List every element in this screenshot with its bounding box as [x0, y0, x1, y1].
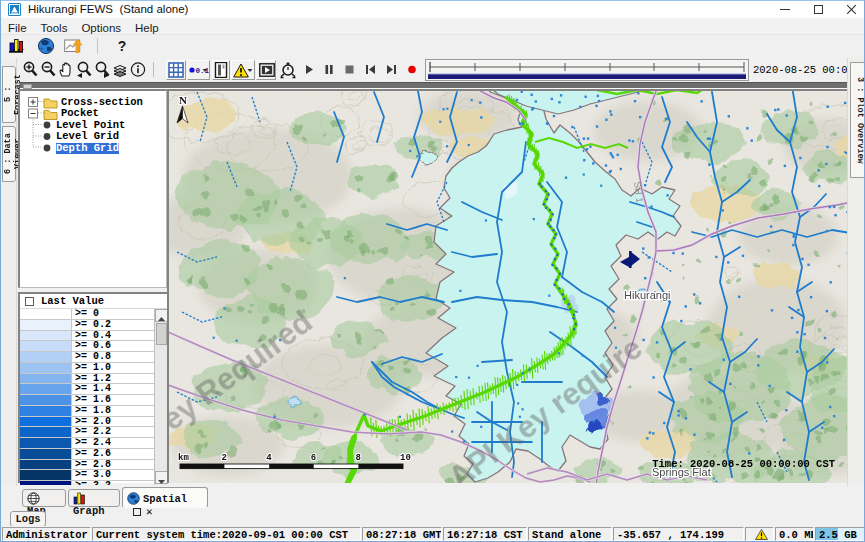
zoom-next-button[interactable] [93, 60, 113, 80]
status-throughput: 0.0 MB/s [775, 527, 814, 541]
import-series-button[interactable] [63, 37, 85, 56]
tree-item-label[interactable]: Level Grid [56, 131, 119, 143]
toolbar-separator [97, 38, 98, 54]
legend-swatch [20, 438, 72, 448]
magnifier-icon [75, 60, 93, 79]
tab-map[interactable]: Map [22, 489, 66, 507]
legend-row: >= 2.6 [20, 449, 154, 460]
tree-item-pocket[interactable]: Pocket [20, 108, 166, 120]
layers-button[interactable] [111, 60, 131, 80]
legend-table: >= 0>= 0.2>= 0.4>= 0.6>= 0.8>= 1.0>= 1.2… [20, 309, 154, 485]
skip-start-icon [362, 60, 378, 79]
legend-swatch [20, 481, 72, 485]
warning-dropdown-button[interactable] [231, 60, 255, 80]
left-panel: Cross-sectionPocketLevel PointLevel Grid… [18, 89, 167, 483]
last-value-checkbox[interactable] [25, 297, 34, 306]
legend-threshold-label: >= 1.6 [72, 395, 154, 405]
scale-tick-label: 2 [222, 453, 227, 463]
tree-item-level-grid[interactable]: Level Grid [20, 131, 166, 143]
title-bar: Hikurangi FEWS (Stand alone) [1, 0, 865, 18]
play-icon [301, 60, 317, 79]
status-user: Administrator [2, 527, 91, 541]
legend-swatch [20, 406, 72, 416]
scroll-thumb[interactable] [156, 323, 167, 345]
legend-row: >= 1.0 [20, 363, 154, 374]
grid-button[interactable] [166, 60, 186, 80]
close-button[interactable] [835, 1, 865, 19]
animate-icon [259, 63, 275, 77]
legend-threshold-label: >= 0.4 [72, 331, 154, 341]
maximize-button[interactable] [802, 1, 834, 19]
tab-close-icon[interactable]: ✕ [146, 505, 153, 518]
legend-scrollbar[interactable] [154, 309, 167, 485]
legend-swatch [20, 331, 72, 341]
legend-threshold-label: >= 2.2 [72, 427, 154, 437]
legend-threshold-label: >= 1.0 [72, 363, 154, 373]
status-text: 2.5 GB [819, 529, 857, 541]
record-button[interactable] [404, 60, 422, 80]
close-icon [847, 5, 856, 14]
skip-end-icon [383, 60, 399, 79]
tree-item-label[interactable]: Depth Grid [56, 143, 119, 155]
legend-row: >= 0.2 [20, 320, 154, 331]
status-gmt-time: 08:27:18 GMT [362, 527, 442, 541]
tab-graph[interactable]: Graph [68, 489, 120, 507]
skip-end-button[interactable] [383, 60, 401, 80]
database-chart-button[interactable] [5, 37, 27, 56]
legend-threshold-label: >= 1.2 [72, 374, 154, 384]
status-local-time: 16:27:18 CST [443, 527, 527, 541]
map-view[interactable]: ey RequiredAPI Key requireHikurangiSprin… [167, 89, 847, 483]
status-text: 16:27:18 CST [447, 529, 523, 541]
tree-item-label[interactable]: Pocket [61, 108, 99, 120]
scalebar-button[interactable] [212, 60, 230, 80]
status-text: 08:27:18 GMT [366, 529, 442, 541]
animate-button[interactable] [256, 60, 276, 80]
legend-swatch [20, 309, 72, 319]
minimize-button[interactable] [769, 1, 801, 19]
legend-swatch [20, 470, 72, 480]
database-chart-icon [7, 37, 26, 55]
stop-button[interactable] [341, 60, 359, 80]
legend-threshold-label: >= 2.8 [72, 460, 154, 470]
time-navigator[interactable] [425, 59, 749, 81]
tab-forecast[interactable]: 5 : Forecast [2, 66, 16, 123]
logs-button[interactable]: Logs [10, 511, 46, 527]
tree-item-depth-grid[interactable]: Depth Grid [20, 143, 166, 155]
dropdown-arrow-icon [247, 63, 254, 79]
status-text: -35.657 , 174.199 [617, 529, 724, 541]
threshold-dropdown-button[interactable]: 0.1 [187, 60, 210, 80]
blue-globe-icon [127, 492, 140, 505]
pan-button[interactable] [57, 60, 77, 80]
zoom-previous-button[interactable] [75, 60, 95, 80]
zoom-out-button[interactable] [39, 60, 59, 80]
globe-button[interactable] [35, 37, 57, 56]
legend-swatch [20, 395, 72, 405]
place-label-hikurangi: Hikurangi [624, 289, 670, 301]
time-slider[interactable] [20, 82, 847, 89]
status-coordinates: -35.657 , 174.199 [613, 527, 744, 541]
pause-icon [321, 60, 337, 79]
legend-row: >= 1.8 [20, 406, 154, 417]
status-text: Stand alone [532, 529, 601, 541]
zoom-in-button[interactable] [21, 60, 41, 80]
status-system-time: Current system time:2020-09-01 00:00 CST [92, 527, 361, 541]
legend-threshold-label: >= 3.2 [72, 481, 154, 485]
legend-swatch [20, 363, 72, 373]
tab-label: Spatial [143, 493, 187, 505]
play-button[interactable] [301, 60, 319, 80]
tab-spatial[interactable]: Spatial✕ [122, 487, 208, 508]
tab-maximize-icon[interactable] [133, 508, 141, 516]
tab-data-viewer[interactable]: 6 : Data Viewer [2, 126, 16, 182]
bottom-tab-bar: MapGraphSpatial✕ [15, 487, 847, 508]
pause-button[interactable] [321, 60, 339, 80]
info-button[interactable] [129, 60, 149, 80]
help-button[interactable]: ? [111, 37, 133, 56]
tab-plot-overview[interactable]: 3 : Plot Overview [850, 62, 865, 178]
skip-start-button[interactable] [362, 60, 380, 80]
right-tab-strip: 3 : Plot Overview [847, 58, 865, 486]
scale-tick-label: 10 [400, 453, 411, 463]
record-icon [404, 60, 420, 79]
legend-swatch [20, 427, 72, 437]
run-schedule-button[interactable] [278, 60, 300, 80]
legend-swatch [20, 449, 72, 459]
